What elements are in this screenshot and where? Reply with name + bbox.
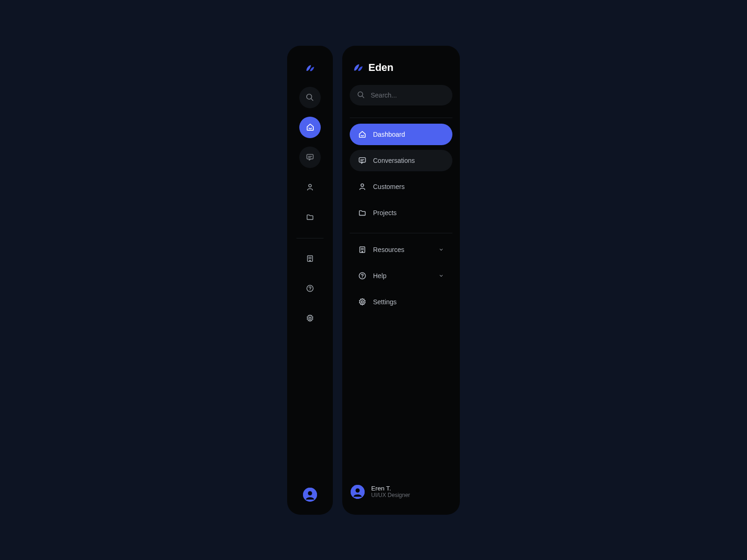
chat-icon bbox=[358, 156, 366, 165]
nav-label: Customers bbox=[373, 183, 405, 190]
nav-customers[interactable]: Customers bbox=[350, 176, 452, 197]
folder-icon bbox=[358, 209, 366, 217]
profile[interactable]: Eren T. UI/UX Designer bbox=[350, 485, 452, 502]
nav-help[interactable]: Help bbox=[350, 265, 452, 287]
profile-role: UI/UX Designer bbox=[371, 492, 410, 498]
nav-settings[interactable]: Settings bbox=[350, 291, 452, 313]
nav-label: Dashboard bbox=[373, 131, 405, 138]
nav-label: Resources bbox=[373, 246, 404, 253]
brand-name: Eden bbox=[368, 62, 394, 74]
help-icon bbox=[306, 284, 314, 293]
avatar bbox=[351, 485, 365, 499]
nav-resources[interactable]: Resources bbox=[350, 239, 452, 260]
nav-projects[interactable] bbox=[299, 206, 321, 228]
nav-settings[interactable] bbox=[299, 308, 321, 329]
book-icon bbox=[306, 254, 314, 263]
search-icon bbox=[306, 93, 314, 102]
nav-divider bbox=[296, 238, 324, 238]
nav-projects[interactable]: Projects bbox=[350, 202, 452, 224]
avatar[interactable] bbox=[303, 488, 317, 502]
gear-icon bbox=[306, 314, 314, 322]
nav-customers[interactable] bbox=[299, 176, 321, 198]
nav-divider bbox=[350, 233, 452, 233]
chevron-down-icon bbox=[438, 273, 444, 279]
help-icon bbox=[358, 272, 366, 280]
nav-label: Projects bbox=[373, 209, 397, 217]
search-input[interactable] bbox=[350, 85, 452, 105]
nav-conversations[interactable] bbox=[299, 147, 321, 168]
gear-icon bbox=[358, 298, 366, 306]
folder-icon bbox=[306, 213, 314, 221]
sidebar-collapsed bbox=[287, 46, 333, 515]
profile-name: Eren T. bbox=[371, 485, 410, 492]
nav-divider bbox=[350, 118, 452, 118]
nav-conversations[interactable]: Conversations bbox=[350, 150, 452, 171]
user-icon bbox=[306, 183, 314, 191]
search-icon bbox=[357, 91, 365, 99]
chat-icon bbox=[306, 153, 314, 161]
sidebar-expanded: Eden Dashboard Conversations Customers P… bbox=[342, 46, 460, 515]
search-field[interactable] bbox=[371, 91, 452, 99]
logo-icon bbox=[352, 63, 364, 73]
brand: Eden bbox=[352, 62, 450, 74]
home-icon bbox=[358, 130, 366, 139]
book-icon bbox=[358, 245, 366, 254]
nav-help[interactable] bbox=[299, 278, 321, 299]
nav-label: Settings bbox=[373, 298, 397, 306]
chevron-down-icon bbox=[438, 247, 444, 252]
logo-icon bbox=[303, 62, 317, 75]
nav-label: Help bbox=[373, 272, 387, 280]
nav-dashboard[interactable]: Dashboard bbox=[350, 124, 452, 145]
nav-dashboard[interactable] bbox=[299, 117, 321, 138]
search-button[interactable] bbox=[299, 87, 321, 108]
nav-resources[interactable] bbox=[299, 248, 321, 269]
user-icon bbox=[358, 182, 366, 191]
home-icon bbox=[306, 123, 315, 132]
nav-label: Conversations bbox=[373, 157, 415, 164]
